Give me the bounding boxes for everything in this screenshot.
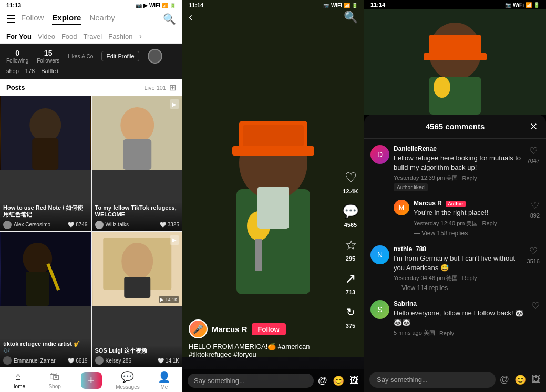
author-badge: Author	[446, 201, 466, 207]
add-button[interactable]: +	[81, 372, 102, 389]
edit-profile-button[interactable]: Edit Profile	[101, 51, 139, 61]
nav-explore[interactable]: Explore	[52, 13, 81, 25]
comment-like-2[interactable]: ♡ 3516	[527, 245, 540, 292]
battle-label[interactable]: Battle+	[41, 68, 59, 74]
share-control[interactable]: ↗ 713	[341, 269, 360, 295]
comment-icon: 💬	[341, 202, 360, 221]
reply-button-author[interactable]: Reply	[482, 220, 497, 226]
svg-point-12	[121, 243, 153, 280]
profile-stats: 0 Following 15 Followers Likes & Co Edit…	[6, 49, 176, 64]
at-icon-p3[interactable]: @	[500, 374, 509, 386]
view-replies-2[interactable]: — View 114 replies	[394, 284, 523, 292]
comment-meta-1: Yesterday 12:39 pm 美国 Reply	[394, 174, 523, 182]
nav-shop[interactable]: 🛍 Shop	[36, 370, 73, 390]
add-button-container: +	[73, 370, 109, 390]
panel3-bottom-bar: Say something... @ 😊 🖼	[364, 367, 546, 392]
comment-text-author: You're in the right place!!	[414, 208, 526, 218]
comment-like-1[interactable]: ♡ 7047	[527, 145, 540, 191]
status-icons-1: 📷 ▶ WiFi 📶 🔋	[136, 3, 176, 8]
video-card-1[interactable]: How to use Red Note / 如何使用红色笔记 Alex Cers…	[0, 96, 91, 231]
shop-label[interactable]: shop	[6, 68, 19, 74]
creator-row: 🎤 Marcus R Follow	[189, 319, 333, 338]
comments-header: 4565 comments ✕	[364, 115, 546, 139]
view-replies-1[interactable]: — View 158 replies	[414, 230, 526, 237]
svg-rect-19	[243, 125, 304, 146]
grid-icon[interactable]: ⊞	[169, 82, 176, 92]
author-name-2: Willz.talks	[106, 222, 129, 228]
emoji-icon-p3[interactable]: 😊	[514, 374, 526, 386]
video-person-svg	[182, 0, 364, 357]
author-avatar-2	[95, 221, 104, 229]
like-count-3: 🤍 6619	[68, 358, 87, 364]
menu-icon[interactable]: ☰	[6, 13, 16, 25]
search-icon[interactable]: 🔍	[163, 13, 176, 25]
stat-followers: 15 Followers	[37, 49, 59, 64]
close-comments-button[interactable]: ✕	[530, 121, 538, 132]
shop-nav-label: Shop	[48, 384, 60, 389]
comment-username-2: nxthie_788	[394, 245, 523, 253]
profile-avatar	[148, 49, 162, 64]
arrow-control[interactable]: ↻ 375	[341, 303, 360, 329]
comment-meta-3: 5 mins ago 美国 Reply	[394, 329, 527, 337]
video-card-2[interactable]: ▶ To my fellow TikTok refugees, WELCOME …	[92, 96, 183, 231]
comment-avatar-3: S	[370, 300, 389, 319]
views-count: 178	[25, 68, 35, 74]
nav-nearby[interactable]: Nearby	[89, 13, 115, 25]
like-icon: ♡	[341, 168, 360, 187]
comment-avatar-2: N	[370, 245, 389, 264]
image-icon-p3[interactable]: 🖼	[531, 374, 541, 386]
bookmark-count: 295	[346, 255, 355, 262]
author-name-3: Emmanuel Zamar	[14, 358, 55, 364]
profile-shop-row: shop 178 Battle+	[6, 68, 176, 74]
like-icon-2: ♡	[529, 245, 538, 257]
bottom-nav: ⌂ Home 🛍 Shop + 💬 Messages 👤 Me	[0, 367, 182, 392]
comment-item-2: N nxthie_788 I'm from Germany but I can'…	[370, 245, 540, 292]
thumb-svg-1	[0, 96, 91, 170]
comment-input-panel2[interactable]: Say something...	[188, 374, 314, 388]
cat-travel[interactable]: Travel	[84, 33, 102, 40]
follow-button-video[interactable]: Follow	[252, 323, 286, 335]
cat-food[interactable]: Food	[61, 33, 77, 40]
nav-home[interactable]: ⌂ Home	[0, 370, 36, 390]
svg-point-28	[434, 77, 450, 98]
back-button[interactable]: ‹	[189, 11, 192, 24]
video-info-bottom: 🎤 Marcus R Follow HELLO FROM AMERICA!🍊 #…	[189, 319, 333, 360]
author-liked-badge: Author liked	[394, 183, 428, 191]
time-3: 11:14	[370, 2, 385, 8]
cat-fashion[interactable]: Fashion	[108, 33, 132, 40]
comment-input-panel3[interactable]: Say something...	[369, 372, 496, 388]
profile-section: 0 Following 15 Followers Likes & Co Edit…	[0, 44, 182, 79]
top-nav: ☰ Follow Explore Nearby 🔍	[0, 11, 182, 29]
live-badge: Live 101	[144, 85, 166, 91]
svg-rect-26	[424, 53, 487, 60]
video-card-3[interactable]: tiktok refugee indie artist 🎷🎶 Emmanuel …	[0, 232, 91, 367]
svg-rect-18	[232, 146, 314, 156]
reply-button-3[interactable]: Reply	[439, 330, 454, 336]
reply-button-2[interactable]: Reply	[462, 275, 477, 281]
video-thumb-4: ▶ ▶ 14.1K	[92, 232, 183, 306]
video-card-4[interactable]: ▶ ▶ 14.1K SOS Luigi 这个视频 Kelsey 286 🤍 14…	[92, 232, 183, 367]
svg-point-1	[29, 108, 61, 142]
cat-more-icon[interactable]: ›	[139, 32, 141, 41]
cat-for-you[interactable]: For You	[6, 33, 32, 40]
nav-me[interactable]: 👤 Me	[146, 370, 182, 390]
bookmark-control[interactable]: ☆ 295	[341, 235, 360, 262]
at-icon[interactable]: @	[318, 375, 327, 387]
comment-control[interactable]: 💬 4565	[341, 202, 360, 228]
video-caption: HELLO FROM AMERICA!🍊 #american #tiktokre…	[189, 343, 333, 358]
like-control[interactable]: ♡ 12.4K	[341, 168, 360, 194]
search-button-video[interactable]: 🔍	[344, 11, 358, 24]
comment-like-author[interactable]: ♡ 892	[530, 200, 540, 236]
comment-like-3[interactable]: ♡	[531, 300, 540, 337]
svg-point-7	[23, 243, 52, 274]
comment-text-1: Fellow refugee here looking for mutuals …	[394, 153, 523, 172]
reply-button-1[interactable]: Reply	[462, 175, 477, 181]
creator-avatar: 🎤	[189, 319, 208, 338]
emoji-icon[interactable]: 😊	[333, 375, 344, 387]
cat-video[interactable]: Video	[38, 33, 55, 40]
nav-follow[interactable]: Follow	[21, 13, 44, 25]
image-icon[interactable]: 🖼	[349, 375, 359, 387]
author-name-4: Kelsey 286	[106, 358, 131, 364]
comment-item-1: D DanielleRenae Fellow refugee here look…	[370, 145, 540, 191]
nav-messages[interactable]: 💬 Messages	[109, 370, 146, 390]
